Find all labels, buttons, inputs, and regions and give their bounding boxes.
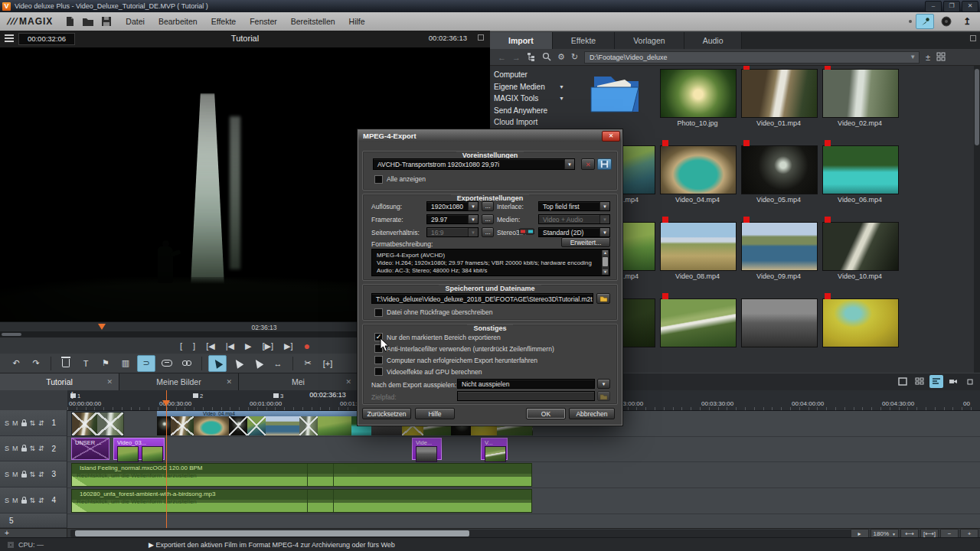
menu-item-datei[interactable]: Datei: [119, 13, 152, 31]
transport-play-button[interactable]: ▶: [245, 339, 251, 353]
fade-in-handle[interactable]: [72, 502, 87, 512]
scroll-up-icon[interactable]: ▲: [603, 250, 608, 256]
misc-checkbox-2[interactable]: [374, 356, 383, 364]
project-tab-mei[interactable]: Mei✕: [239, 373, 358, 390]
undock-mediapool-icon[interactable]: [970, 35, 976, 41]
toolbar-delete-button[interactable]: [57, 356, 74, 371]
timeline-hscrollbar[interactable]: [70, 530, 859, 537]
cancel-button[interactable]: Abbrechen: [569, 408, 615, 419]
view-timeline-icon[interactable]: [929, 375, 943, 388]
track-header-4[interactable]: SM⇅⇵4: [0, 487, 67, 514]
video-clip[interactable]: V...: [481, 438, 508, 460]
track-minimize-icon[interactable]: ⇵: [38, 445, 44, 452]
toolbar-curve-mode-button[interactable]: ⊃: [137, 355, 155, 372]
media-item-row3-col1[interactable]: [657, 298, 738, 372]
undock-preview-icon[interactable]: [478, 34, 484, 41]
ok-button[interactable]: OK: [526, 408, 566, 419]
media-item-row3-col2[interactable]: [738, 298, 819, 372]
track-height-icon[interactable]: ⇅: [30, 419, 36, 427]
toolbar-mouse-mode-single-button[interactable]: [208, 355, 227, 372]
media-item-Video_06.mp4[interactable]: Video_06.mp4: [819, 145, 900, 219]
transport-record-button[interactable]: ●: [304, 339, 310, 353]
media-thumbnail[interactable]: [822, 222, 899, 271]
toolbar-split-button[interactable]: ✂: [299, 356, 316, 371]
chapter-marker-2[interactable]: 2: [193, 393, 203, 399]
media-thumbnail[interactable]: [660, 69, 737, 118]
solo-button[interactable]: S: [5, 445, 9, 452]
forward-icon[interactable]: →: [512, 53, 521, 62]
chevron-down-icon[interactable]: ▼: [892, 532, 896, 536]
framerate-more-button[interactable]: ...: [482, 214, 494, 224]
track-header-3[interactable]: SM⇅⇵3: [0, 461, 67, 487]
project-tab-tutorial[interactable]: Tutorial✕: [0, 373, 119, 390]
upload-export-icon[interactable]: ↥: [959, 15, 975, 28]
media-item-Video_01.mp4[interactable]: Video_01.mp4: [738, 69, 819, 142]
burn-disc-icon[interactable]: [938, 15, 955, 28]
toolbar-stretch-mode-button[interactable]: ↔: [270, 356, 286, 371]
media-thumbnail[interactable]: [660, 298, 737, 347]
scroll-down-icon[interactable]: ▼: [603, 269, 608, 275]
title-clip[interactable]: UNSER ...: [71, 438, 109, 460]
new-project-icon[interactable]: [64, 16, 76, 27]
mute-button[interactable]: M: [12, 445, 18, 452]
mediapool-scrollbar[interactable]: [974, 66, 980, 373]
media-thumbnail[interactable]: [660, 222, 737, 271]
menu-item-bearbeiten[interactable]: Bearbeiten: [152, 13, 204, 31]
view-grid-icon[interactable]: [936, 52, 946, 63]
track-header-2[interactable]: SM⇅⇵2: [0, 436, 67, 461]
delete-preset-button[interactable]: ✕: [581, 158, 595, 170]
sidebar-item-magix-tools[interactable]: MAGIX Tools▼: [494, 93, 570, 105]
toolbar-group-button[interactable]: [158, 356, 175, 371]
dialog-titlebar[interactable]: MPEG-4-Export: [358, 130, 622, 142]
mute-button[interactable]: M: [12, 419, 18, 427]
media-item-Video_10.mp4[interactable]: Video_10.mp4: [819, 222, 900, 295]
media-thumbnail[interactable]: [741, 298, 818, 347]
track-header-1[interactable]: SM⇅⇵1: [0, 410, 67, 436]
menu-item-effekte[interactable]: Effekte: [204, 13, 243, 31]
search-icon[interactable]: [542, 52, 551, 63]
advanced-button[interactable]: Erweitert...: [561, 237, 610, 247]
video-clip[interactable]: [71, 412, 124, 436]
open-project-icon[interactable]: [82, 16, 94, 27]
lock-icon[interactable]: [21, 500, 27, 504]
track-header-5[interactable]: 5: [0, 514, 67, 528]
transport-play-range-button[interactable]: [▶]: [262, 339, 273, 353]
toolbar-mouse-mode-track-button[interactable]: [250, 356, 266, 371]
chevron-down-icon[interactable]: ▼: [559, 81, 564, 93]
track-minimize-icon[interactable]: ⇵: [38, 419, 44, 427]
mute-button[interactable]: M: [12, 497, 18, 504]
preset-dropdown[interactable]: AVCHD-Transportstrom 1920x1080 29,97i▼: [373, 158, 575, 170]
track-height-icon[interactable]: ⇅: [30, 471, 36, 478]
transport-prev-frame-button[interactable]: |◀: [226, 339, 234, 353]
toolbar-insert-range-button[interactable]: [+]: [319, 356, 336, 371]
show-all-checkbox[interactable]: [374, 175, 383, 184]
video-clip[interactable]: Video_03...: [113, 438, 165, 460]
range-start-bracket[interactable]: [: [71, 391, 74, 399]
help-button[interactable]: Hilfe: [415, 408, 455, 419]
after-export-chevron-icon[interactable]: ▼: [597, 379, 610, 389]
solo-button[interactable]: S: [5, 497, 9, 504]
playhead-icon[interactable]: [162, 400, 170, 410]
transport-range-start-button[interactable]: [: [180, 339, 182, 353]
media-item-Video_04.mp4[interactable]: Video_04.mp4: [657, 145, 738, 219]
undock-timeline-icon[interactable]: [963, 375, 977, 388]
media-thumbnail[interactable]: [741, 145, 818, 194]
after-export-dropdown[interactable]: Nicht ausspielen: [457, 379, 595, 389]
playhead-line[interactable]: [166, 390, 167, 528]
toolbar-mouse-mode-all-button[interactable]: [230, 356, 247, 371]
dialog-close-button[interactable]: ✕: [602, 131, 620, 142]
reset-button[interactable]: Zurücksetzen: [362, 408, 411, 419]
misc-checkbox-3[interactable]: [374, 367, 383, 376]
solo-button[interactable]: S: [5, 471, 9, 478]
minimize-button[interactable]: –: [925, 1, 942, 12]
tab-audio[interactable]: Audio: [684, 32, 743, 49]
browse-folder-button[interactable]: [596, 293, 610, 304]
menu-item-bereitstellen[interactable]: Bereitstellen: [284, 13, 342, 31]
view-multicam-icon[interactable]: [946, 375, 960, 388]
zoom-thumbs-icon[interactable]: ±: [926, 53, 930, 62]
close-tab-icon[interactable]: ✕: [226, 378, 232, 386]
desc-scrollbar[interactable]: ▲▼: [602, 250, 609, 275]
save-project-icon[interactable]: [100, 16, 113, 27]
mute-button[interactable]: M: [12, 471, 18, 478]
framerate-dropdown[interactable]: 29.97▼: [426, 214, 479, 224]
